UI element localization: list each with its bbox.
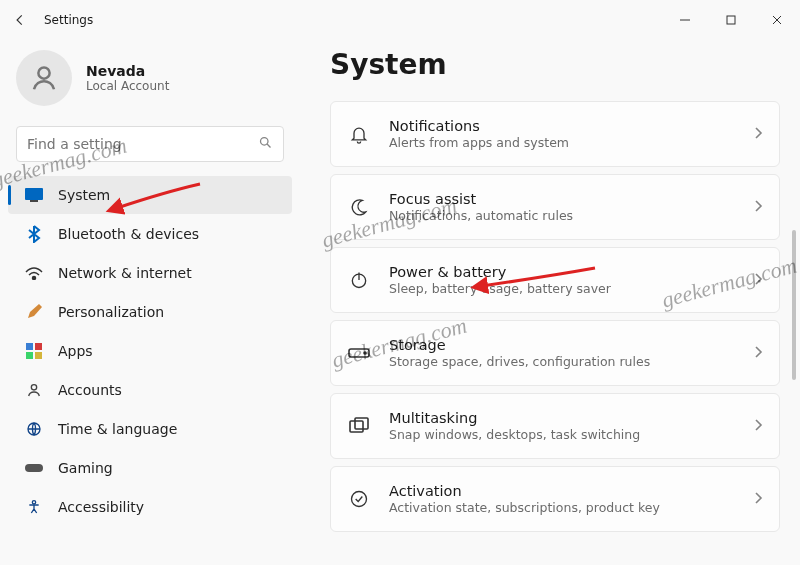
multitasking-icon: [347, 416, 371, 436]
search-icon: [258, 135, 273, 154]
svg-point-15: [32, 501, 35, 504]
bell-icon: [347, 124, 371, 144]
chevron-right-icon: [753, 198, 763, 217]
card-subtitle: Sleep, battery usage, battery saver: [389, 281, 611, 296]
sidebar-item-accounts[interactable]: Accounts: [8, 371, 292, 409]
sidebar-item-label: Time & language: [58, 421, 177, 437]
card-focus-assist[interactable]: Focus assist Notifications, automatic ru…: [330, 174, 780, 240]
card-power-battery[interactable]: Power & battery Sleep, battery usage, ba…: [330, 247, 780, 313]
card-subtitle: Snap windows, desktops, task switching: [389, 427, 640, 442]
window-maximize-button[interactable]: [708, 4, 754, 36]
svg-point-22: [352, 492, 367, 507]
sidebar-item-time-language[interactable]: Time & language: [8, 410, 292, 448]
card-title: Focus assist: [389, 191, 573, 207]
nav: System Bluetooth & devices Network & int…: [0, 176, 300, 526]
card-title: Storage: [389, 337, 650, 353]
sidebar-item-label: Accounts: [58, 382, 122, 398]
apps-icon: [24, 341, 44, 361]
page-title: System: [330, 48, 780, 81]
gaming-icon: [24, 458, 44, 478]
sidebar-item-bluetooth[interactable]: Bluetooth & devices: [8, 215, 292, 253]
activation-icon: [347, 489, 371, 509]
chevron-right-icon: [753, 125, 763, 144]
search-input[interactable]: [27, 136, 250, 152]
sidebar-item-system[interactable]: System: [8, 176, 292, 214]
svg-point-3: [261, 137, 269, 145]
system-icon: [24, 185, 44, 205]
card-activation[interactable]: Activation Activation state, subscriptio…: [330, 466, 780, 532]
sidebar: Nevada Local Account System Bluetooth: [0, 40, 300, 565]
avatar: [16, 50, 72, 106]
sidebar-item-label: Apps: [58, 343, 93, 359]
svg-line-4: [267, 144, 270, 147]
sidebar-item-label: System: [58, 187, 110, 203]
card-multitasking[interactable]: Multitasking Snap windows, desktops, tas…: [330, 393, 780, 459]
svg-rect-8: [26, 343, 33, 350]
storage-icon: [347, 343, 371, 363]
card-subtitle: Alerts from apps and system: [389, 135, 569, 150]
chevron-right-icon: [753, 490, 763, 509]
network-icon: [24, 263, 44, 283]
profile-name: Nevada: [86, 63, 169, 79]
search-box[interactable]: [16, 126, 284, 162]
sidebar-item-accessibility[interactable]: Accessibility: [8, 488, 292, 526]
chevron-right-icon: [753, 271, 763, 290]
bluetooth-icon: [24, 224, 44, 244]
svg-rect-10: [26, 352, 33, 359]
svg-rect-14: [25, 464, 43, 472]
sidebar-item-label: Network & internet: [58, 265, 192, 281]
chevron-right-icon: [753, 344, 763, 363]
card-storage[interactable]: Storage Storage space, drives, configura…: [330, 320, 780, 386]
svg-rect-9: [35, 343, 42, 350]
svg-rect-6: [30, 200, 38, 202]
sidebar-item-personalization[interactable]: Personalization: [8, 293, 292, 331]
window-minimize-button[interactable]: [662, 4, 708, 36]
sidebar-item-label: Bluetooth & devices: [58, 226, 199, 242]
card-title: Activation: [389, 483, 660, 499]
card-title: Notifications: [389, 118, 569, 134]
svg-point-12: [31, 385, 36, 390]
settings-cards: Notifications Alerts from apps and syste…: [330, 101, 780, 532]
profile-account-type: Local Account: [86, 79, 169, 93]
person-icon: [29, 63, 59, 93]
svg-point-7: [33, 277, 36, 280]
svg-point-2: [38, 67, 49, 78]
svg-rect-11: [35, 352, 42, 359]
sidebar-item-label: Accessibility: [58, 499, 144, 515]
accessibility-icon: [24, 497, 44, 517]
account-profile[interactable]: Nevada Local Account: [0, 46, 300, 126]
accounts-icon: [24, 380, 44, 400]
card-subtitle: Activation state, subscriptions, product…: [389, 500, 660, 515]
sidebar-item-network[interactable]: Network & internet: [8, 254, 292, 292]
chevron-right-icon: [753, 417, 763, 436]
sidebar-item-label: Personalization: [58, 304, 164, 320]
card-title: Power & battery: [389, 264, 611, 280]
time-language-icon: [24, 419, 44, 439]
svg-rect-5: [25, 188, 43, 200]
sidebar-item-label: Gaming: [58, 460, 113, 476]
window-titlebar: Settings: [0, 0, 800, 40]
personalization-icon: [24, 302, 44, 322]
moon-icon: [347, 197, 371, 217]
back-button[interactable]: [0, 0, 40, 40]
power-icon: [347, 270, 371, 290]
sidebar-item-apps[interactable]: Apps: [8, 332, 292, 370]
window-close-button[interactable]: [754, 4, 800, 36]
vertical-scrollbar[interactable]: [792, 230, 796, 380]
window-title: Settings: [44, 13, 93, 27]
sidebar-item-gaming[interactable]: Gaming: [8, 449, 292, 487]
card-subtitle: Notifications, automatic rules: [389, 208, 573, 223]
card-notifications[interactable]: Notifications Alerts from apps and syste…: [330, 101, 780, 167]
main-content: System Notifications Alerts from apps an…: [300, 40, 800, 565]
svg-point-19: [364, 352, 366, 354]
card-title: Multitasking: [389, 410, 640, 426]
svg-rect-1: [727, 16, 735, 24]
svg-rect-20: [350, 421, 363, 432]
card-subtitle: Storage space, drives, configuration rul…: [389, 354, 650, 369]
svg-rect-21: [355, 418, 368, 429]
